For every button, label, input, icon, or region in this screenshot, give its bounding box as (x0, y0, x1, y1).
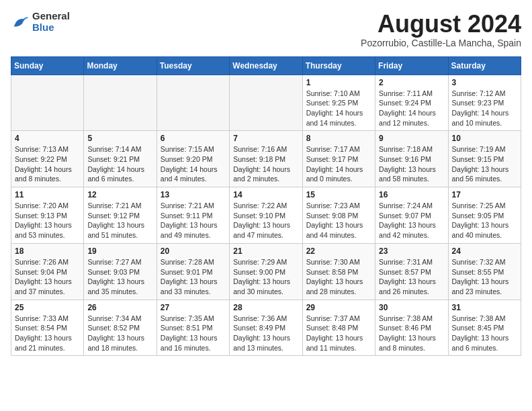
day-info: Sunrise: 7:21 AMSunset: 9:12 PMDaylight:… (87, 201, 152, 240)
calendar-header-friday: Friday (375, 56, 448, 75)
day-number: 17 (452, 190, 517, 199)
calendar-cell: 10Sunrise: 7:19 AMSunset: 9:15 PMDayligh… (448, 131, 521, 187)
day-info: Sunrise: 7:37 AMSunset: 8:48 PMDaylight:… (306, 314, 371, 353)
calendar-week-row: 11Sunrise: 7:20 AMSunset: 9:13 PMDayligh… (11, 187, 521, 244)
day-number: 19 (87, 246, 152, 256)
day-info: Sunrise: 7:13 AMSunset: 9:22 PMDaylight:… (15, 144, 80, 184)
month-year-title: August 2024 (361, 11, 521, 38)
calendar-cell: 20Sunrise: 7:28 AMSunset: 9:01 PMDayligh… (157, 243, 229, 300)
calendar-cell: 3Sunrise: 7:12 AMSunset: 9:23 PMDaylight… (448, 75, 521, 131)
title-block: August 2024 Pozorrubio, Castille-La Manc… (361, 11, 521, 48)
day-info: Sunrise: 7:21 AMSunset: 9:11 PMDaylight:… (161, 201, 226, 240)
day-number: 27 (161, 303, 226, 312)
day-info: Sunrise: 7:35 AMSunset: 8:51 PMDaylight:… (161, 314, 226, 353)
calendar-cell: 13Sunrise: 7:21 AMSunset: 9:11 PMDayligh… (157, 187, 229, 244)
day-info: Sunrise: 7:38 AMSunset: 8:46 PMDaylight:… (379, 314, 444, 353)
calendar-cell (157, 75, 229, 131)
day-number: 26 (87, 303, 152, 312)
day-number: 13 (161, 190, 226, 199)
calendar-week-row: 18Sunrise: 7:26 AMSunset: 9:04 PMDayligh… (11, 243, 521, 300)
day-info: Sunrise: 7:20 AMSunset: 9:13 PMDaylight:… (15, 201, 80, 240)
location-subtitle: Pozorrubio, Castille-La Mancha, Spain (361, 38, 521, 48)
calendar-cell: 12Sunrise: 7:21 AMSunset: 9:12 PMDayligh… (84, 187, 157, 244)
calendar-cell: 21Sunrise: 7:29 AMSunset: 9:00 PMDayligh… (230, 243, 302, 300)
day-info: Sunrise: 7:26 AMSunset: 9:04 PMDaylight:… (15, 257, 80, 297)
day-number: 28 (233, 303, 298, 312)
logo-general-text: General (32, 11, 70, 22)
calendar-table: SundayMondayTuesdayWednesdayThursdayFrid… (11, 56, 521, 357)
calendar-cell: 1Sunrise: 7:10 AMSunset: 9:25 PMDaylight… (302, 75, 375, 131)
day-number: 21 (233, 246, 298, 256)
day-number: 18 (15, 246, 80, 256)
day-number: 8 (306, 134, 371, 143)
day-number: 24 (452, 246, 517, 256)
day-info: Sunrise: 7:36 AMSunset: 8:49 PMDaylight:… (233, 314, 298, 353)
day-info: Sunrise: 7:31 AMSunset: 8:57 PMDaylight:… (379, 257, 444, 297)
calendar-cell: 25Sunrise: 7:33 AMSunset: 8:54 PMDayligh… (11, 300, 84, 356)
day-info: Sunrise: 7:24 AMSunset: 9:07 PMDaylight:… (379, 201, 444, 240)
calendar-cell: 8Sunrise: 7:17 AMSunset: 9:17 PMDaylight… (302, 131, 375, 187)
logo-bird-icon (11, 13, 30, 32)
day-info: Sunrise: 7:28 AMSunset: 9:01 PMDaylight:… (161, 257, 226, 297)
calendar-week-row: 1Sunrise: 7:10 AMSunset: 9:25 PMDaylight… (11, 75, 521, 131)
day-number: 30 (379, 303, 444, 312)
day-info: Sunrise: 7:33 AMSunset: 8:54 PMDaylight:… (15, 314, 80, 353)
calendar-header-tuesday: Tuesday (157, 56, 229, 75)
day-info: Sunrise: 7:11 AMSunset: 9:24 PMDaylight:… (379, 89, 444, 128)
calendar-cell (230, 75, 302, 131)
calendar-cell: 18Sunrise: 7:26 AMSunset: 9:04 PMDayligh… (11, 243, 84, 300)
day-info: Sunrise: 7:22 AMSunset: 9:10 PMDaylight:… (233, 201, 298, 240)
calendar-cell: 15Sunrise: 7:23 AMSunset: 9:08 PMDayligh… (302, 187, 375, 244)
logo: General Blue (11, 11, 70, 33)
day-info: Sunrise: 7:34 AMSunset: 8:52 PMDaylight:… (87, 314, 152, 353)
day-number: 14 (233, 190, 298, 199)
day-info: Sunrise: 7:29 AMSunset: 9:00 PMDaylight:… (233, 257, 298, 297)
calendar-cell: 11Sunrise: 7:20 AMSunset: 9:13 PMDayligh… (11, 187, 84, 244)
day-info: Sunrise: 7:27 AMSunset: 9:03 PMDaylight:… (87, 257, 152, 297)
day-info: Sunrise: 7:19 AMSunset: 9:15 PMDaylight:… (452, 144, 517, 184)
day-number: 4 (15, 134, 80, 143)
page-header: General Blue August 2024 Pozorrubio, Cas… (11, 11, 521, 48)
day-number: 16 (379, 190, 444, 199)
day-info: Sunrise: 7:25 AMSunset: 9:05 PMDaylight:… (452, 201, 517, 240)
day-number: 22 (306, 246, 371, 256)
day-number: 12 (87, 190, 152, 199)
calendar-cell: 4Sunrise: 7:13 AMSunset: 9:22 PMDaylight… (11, 131, 84, 187)
calendar-header-row: SundayMondayTuesdayWednesdayThursdayFrid… (11, 56, 521, 75)
day-number: 10 (452, 134, 517, 143)
calendar-cell: 26Sunrise: 7:34 AMSunset: 8:52 PMDayligh… (84, 300, 157, 356)
calendar-cell: 7Sunrise: 7:16 AMSunset: 9:18 PMDaylight… (230, 131, 302, 187)
day-info: Sunrise: 7:18 AMSunset: 9:16 PMDaylight:… (379, 144, 444, 184)
calendar-week-row: 4Sunrise: 7:13 AMSunset: 9:22 PMDaylight… (11, 131, 521, 187)
day-number: 1 (306, 78, 371, 87)
calendar-cell: 16Sunrise: 7:24 AMSunset: 9:07 PMDayligh… (375, 187, 448, 244)
calendar-week-row: 25Sunrise: 7:33 AMSunset: 8:54 PMDayligh… (11, 300, 521, 356)
calendar-cell: 27Sunrise: 7:35 AMSunset: 8:51 PMDayligh… (157, 300, 229, 356)
day-info: Sunrise: 7:17 AMSunset: 9:17 PMDaylight:… (306, 144, 371, 184)
calendar-header-monday: Monday (84, 56, 157, 75)
day-info: Sunrise: 7:12 AMSunset: 9:23 PMDaylight:… (452, 89, 517, 128)
calendar-cell (11, 75, 84, 131)
day-info: Sunrise: 7:10 AMSunset: 9:25 PMDaylight:… (306, 89, 371, 128)
day-number: 3 (452, 78, 517, 87)
calendar-cell: 19Sunrise: 7:27 AMSunset: 9:03 PMDayligh… (84, 243, 157, 300)
logo-blue-text: Blue (32, 22, 70, 34)
day-number: 25 (15, 303, 80, 312)
calendar-cell: 29Sunrise: 7:37 AMSunset: 8:48 PMDayligh… (302, 300, 375, 356)
calendar-header-saturday: Saturday (448, 56, 521, 75)
day-number: 15 (306, 190, 371, 199)
day-number: 31 (452, 303, 517, 312)
day-info: Sunrise: 7:32 AMSunset: 8:55 PMDaylight:… (452, 257, 517, 297)
calendar-cell: 31Sunrise: 7:38 AMSunset: 8:45 PMDayligh… (448, 300, 521, 356)
calendar-cell: 23Sunrise: 7:31 AMSunset: 8:57 PMDayligh… (375, 243, 448, 300)
day-number: 23 (379, 246, 444, 256)
day-number: 11 (15, 190, 80, 199)
day-info: Sunrise: 7:30 AMSunset: 8:58 PMDaylight:… (306, 257, 371, 297)
day-info: Sunrise: 7:16 AMSunset: 9:18 PMDaylight:… (233, 144, 298, 184)
calendar-cell: 30Sunrise: 7:38 AMSunset: 8:46 PMDayligh… (375, 300, 448, 356)
day-info: Sunrise: 7:15 AMSunset: 9:20 PMDaylight:… (161, 144, 226, 184)
calendar-cell: 24Sunrise: 7:32 AMSunset: 8:55 PMDayligh… (448, 243, 521, 300)
calendar-cell: 6Sunrise: 7:15 AMSunset: 9:20 PMDaylight… (157, 131, 229, 187)
calendar-cell: 22Sunrise: 7:30 AMSunset: 8:58 PMDayligh… (302, 243, 375, 300)
day-number: 9 (379, 134, 444, 143)
